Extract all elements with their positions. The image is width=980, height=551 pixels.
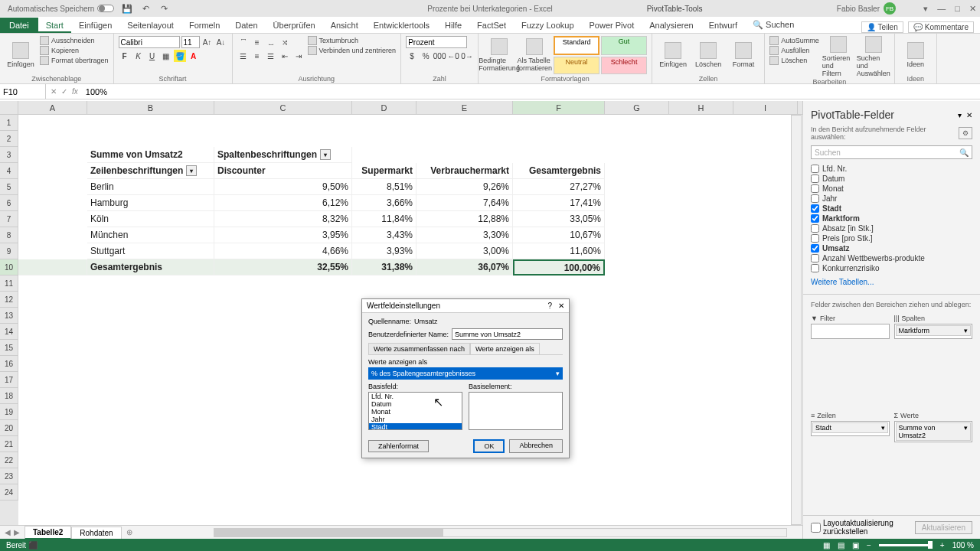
defer-layout-checkbox[interactable]: Layoutaktualisierung zurückstellen — [811, 519, 915, 536]
percent-icon[interactable]: % — [420, 50, 432, 62]
pivot-panel-minimize-icon[interactable]: ▾ — [958, 111, 962, 119]
row-header[interactable]: 10 — [0, 259, 18, 276]
view-normal-icon[interactable]: ▦ — [823, 541, 830, 549]
baseelement-list[interactable] — [469, 392, 563, 430]
align-left-icon[interactable]: ☰ — [237, 50, 250, 62]
zoom-level[interactable]: 100 % — [952, 541, 974, 549]
row-header[interactable]: 18 — [0, 388, 18, 404]
cell[interactable]: München — [87, 227, 214, 243]
tab-formulas[interactable]: Formeln — [181, 18, 227, 33]
row-header[interactable]: 1 — [0, 115, 18, 131]
dialog-tab-showas[interactable]: Werte anzeigen als — [470, 343, 540, 354]
col-header[interactable]: F — [513, 101, 605, 114]
undo-icon[interactable]: ↶ — [140, 3, 151, 14]
value-field-item[interactable]: Summe von Umsatz2▾ — [896, 422, 972, 441]
row-header[interactable]: 20 — [0, 420, 18, 436]
font-color-button[interactable]: A — [188, 50, 200, 62]
vertical-scrollbar[interactable] — [791, 115, 802, 525]
row-header[interactable]: 3 — [0, 147, 18, 163]
cell[interactable]: 7,64% — [416, 195, 513, 211]
merge-button[interactable]: Verbinden und zentrieren — [308, 46, 397, 55]
clear-button[interactable]: Löschen — [769, 56, 819, 65]
cell[interactable]: 11,60% — [513, 243, 605, 259]
col-header[interactable]: I — [733, 101, 798, 114]
tab-pagelayout[interactable]: Seitenlayout — [119, 18, 181, 33]
row-header[interactable]: 24 — [0, 484, 18, 500]
field-checkbox-item[interactable]: Datum — [811, 174, 972, 184]
cancel-button[interactable]: Abbrechen — [509, 439, 563, 453]
tab-powerpivot[interactable]: Power Pivot — [582, 18, 642, 33]
cell[interactable]: 100,00% — [513, 259, 605, 276]
sheet-tab-tabelle2[interactable]: Tabelle2 — [24, 526, 71, 540]
cell[interactable]: 9,26% — [416, 179, 513, 195]
col-header[interactable]: H — [669, 101, 733, 114]
list-item[interactable]: Jahr — [369, 416, 462, 423]
cell[interactable]: 3,95% — [214, 227, 352, 243]
cell[interactable]: Berlin — [87, 179, 214, 195]
custom-name-input[interactable] — [452, 328, 563, 340]
update-button[interactable]: Aktualisieren — [915, 521, 972, 534]
user-account[interactable]: Fabio Basler FB — [837, 2, 896, 15]
style-gut[interactable]: Gut — [601, 36, 647, 55]
format-painter-button[interactable]: Format übertragen — [40, 56, 109, 65]
cancel-formula-icon[interactable]: ✕ — [51, 87, 57, 96]
row-header[interactable]: 21 — [0, 436, 18, 452]
cell[interactable] — [18, 259, 87, 276]
macro-record-icon[interactable]: ⬛ — [28, 541, 38, 549]
align-right-icon[interactable]: ☰ — [265, 50, 277, 62]
cond-format-button[interactable]: Bedingte Formatierung — [483, 36, 515, 74]
cell[interactable]: Köln — [87, 211, 214, 227]
more-tables-link[interactable]: Weitere Tabellen... — [803, 275, 980, 289]
bold-button[interactable]: F — [119, 50, 131, 62]
cell[interactable]: Verbrauchermarkt — [416, 163, 513, 179]
cell[interactable]: 6,12% — [214, 195, 352, 211]
cell[interactable]: 33,05% — [513, 211, 605, 227]
format-cells-button[interactable]: Format — [727, 36, 760, 74]
cell[interactable]: Discounter — [214, 163, 352, 179]
currency-icon[interactable]: $ — [406, 50, 418, 62]
ideas-button[interactable]: Ideen — [900, 36, 932, 74]
close-icon[interactable]: ✕ — [969, 4, 976, 14]
col-header[interactable]: E — [416, 101, 513, 114]
field-checkbox-item[interactable]: Jahr — [811, 194, 972, 204]
col-header[interactable]: C — [214, 101, 352, 114]
tab-analyze[interactable]: Analysieren — [642, 18, 701, 33]
ribbon-options-icon[interactable]: ▾ — [923, 4, 928, 14]
comments-button[interactable]: 💬 Kommentare — [908, 21, 974, 33]
cell[interactable]: Gesamtergebnis — [513, 163, 605, 179]
fx-icon[interactable]: fx — [72, 87, 78, 96]
row-header[interactable]: 8 — [0, 227, 18, 243]
font-size-input[interactable] — [181, 36, 200, 48]
style-schlecht[interactable]: Schlecht — [601, 57, 647, 74]
list-item[interactable]: Stadt — [369, 423, 462, 430]
orientation-icon[interactable]: ⤭ — [279, 36, 291, 48]
list-item[interactable]: Lfd. Nr. — [369, 393, 462, 400]
confirm-formula-icon[interactable]: ✓ — [61, 87, 67, 96]
align-center-icon[interactable]: ≡ — [251, 50, 263, 62]
field-checkbox-item[interactable]: Marktform — [811, 214, 972, 223]
field-checkbox-item[interactable]: Umsatz — [811, 243, 972, 253]
cell[interactable]: 3,00% — [416, 243, 513, 259]
sheet-nav-next-icon[interactable]: ▶ — [14, 528, 20, 536]
cell[interactable]: 36,07% — [416, 259, 513, 276]
filter-icon[interactable]: ▾ — [320, 149, 331, 160]
underline-button[interactable]: U — [146, 50, 158, 62]
cell[interactable]: 12,88% — [416, 211, 513, 227]
select-all-corner[interactable] — [0, 101, 18, 114]
row-header[interactable]: 7 — [0, 211, 18, 227]
find-select-button[interactable]: Suchen und Auswählen — [858, 36, 890, 77]
cell[interactable]: Spaltenbeschriftungen▾ — [214, 147, 352, 163]
cell[interactable]: Hamburg — [87, 195, 214, 211]
ok-button[interactable]: OK — [473, 439, 505, 453]
horizontal-scrollbar[interactable] — [214, 528, 787, 537]
name-box[interactable]: F10 — [0, 84, 46, 99]
zoom-slider[interactable] — [879, 544, 933, 546]
tab-start[interactable]: Start — [38, 18, 71, 33]
number-format-button[interactable]: Zahlenformat — [368, 440, 429, 452]
list-item[interactable]: Datum — [369, 400, 462, 408]
column-field-item[interactable]: Marktform▾ — [896, 325, 972, 336]
align-top-icon[interactable]: ⎴ — [237, 36, 250, 48]
tab-design[interactable]: Entwurf — [701, 18, 745, 33]
cell[interactable]: 17,41% — [513, 195, 605, 211]
tab-file[interactable]: Datei — [0, 18, 38, 33]
